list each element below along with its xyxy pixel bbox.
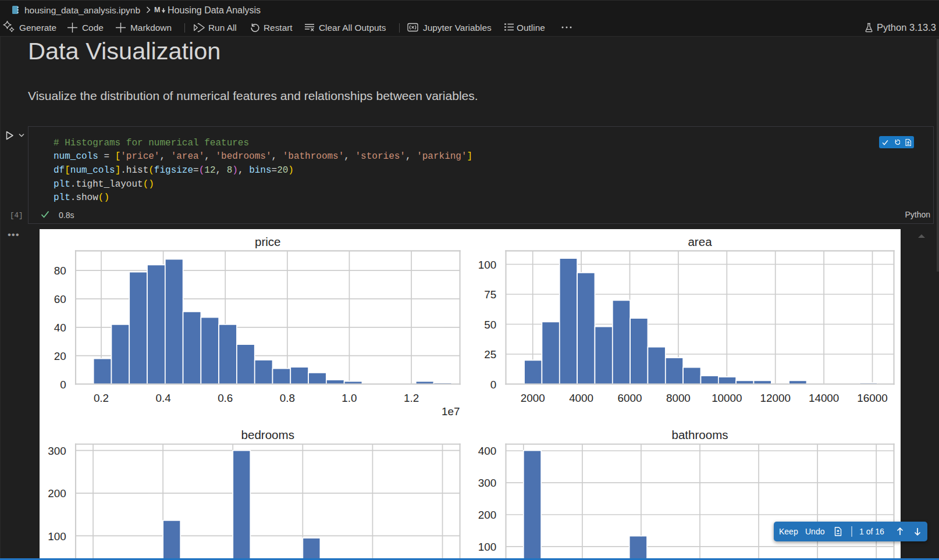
- svg-text:75: 75: [484, 288, 496, 301]
- svg-text:2000: 2000: [521, 392, 545, 404]
- svg-text:20: 20: [54, 350, 66, 362]
- svg-text:4000: 4000: [569, 392, 593, 404]
- svg-text:price: price: [255, 235, 281, 248]
- svg-text:1.0: 1.0: [342, 392, 357, 404]
- svg-text:14000: 14000: [809, 392, 839, 404]
- svg-text:10000: 10000: [712, 392, 742, 404]
- svg-text:0: 0: [490, 379, 496, 391]
- svg-text:100: 100: [478, 259, 496, 271]
- svg-text:16000: 16000: [857, 392, 887, 404]
- svg-text:200: 200: [478, 509, 496, 521]
- svg-text:100: 100: [48, 530, 66, 543]
- svg-text:50: 50: [484, 319, 496, 331]
- svg-text:0: 0: [60, 379, 66, 391]
- svg-text:0.6: 0.6: [218, 392, 233, 404]
- svg-text:1.2: 1.2: [404, 392, 419, 404]
- svg-text:bedrooms: bedrooms: [241, 428, 294, 441]
- svg-text:40: 40: [54, 322, 66, 334]
- svg-text:12000: 12000: [760, 392, 791, 404]
- svg-text:25: 25: [484, 348, 496, 361]
- svg-text:area: area: [688, 235, 712, 248]
- svg-text:80: 80: [54, 265, 66, 277]
- svg-text:300: 300: [478, 477, 496, 489]
- svg-text:300: 300: [48, 445, 66, 457]
- svg-text:6000: 6000: [618, 392, 642, 404]
- svg-text:1e7: 1e7: [442, 405, 460, 418]
- svg-text:400: 400: [478, 445, 496, 457]
- svg-text:bathrooms: bathrooms: [671, 428, 728, 441]
- svg-text:60: 60: [54, 293, 66, 305]
- svg-text:0.2: 0.2: [94, 392, 109, 404]
- svg-text:200: 200: [48, 487, 66, 500]
- svg-text:0.8: 0.8: [280, 392, 295, 404]
- svg-text:8000: 8000: [666, 392, 691, 404]
- svg-text:0.4: 0.4: [156, 392, 171, 404]
- svg-text:100: 100: [478, 541, 496, 553]
